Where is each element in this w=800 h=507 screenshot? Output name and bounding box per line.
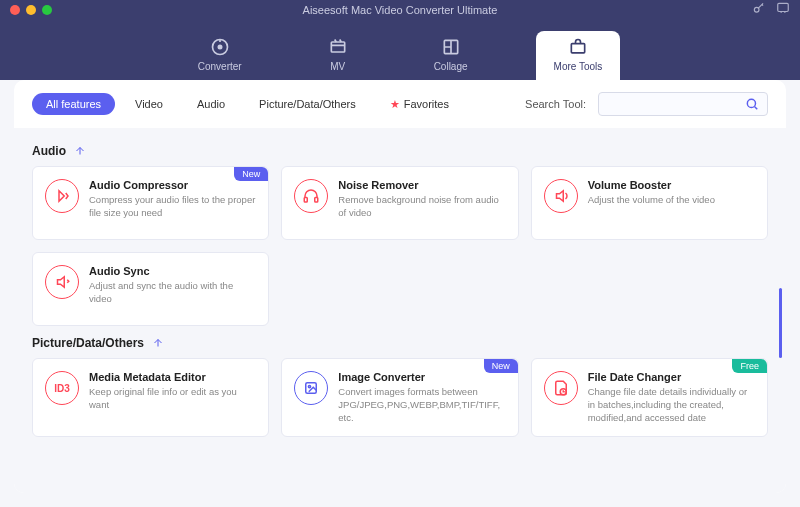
main-nav: Converter MV Collage More Tools bbox=[0, 20, 800, 80]
feedback-icon[interactable] bbox=[776, 1, 790, 19]
star-icon: ★ bbox=[390, 98, 400, 110]
svg-point-3 bbox=[218, 45, 221, 48]
collapse-up-icon[interactable] bbox=[74, 145, 86, 157]
sync-icon bbox=[45, 265, 79, 299]
key-icon[interactable] bbox=[752, 1, 766, 19]
search-box[interactable] bbox=[598, 92, 768, 116]
scrollbar[interactable] bbox=[779, 288, 782, 358]
headphones-icon bbox=[294, 179, 328, 213]
badge-new: New bbox=[234, 167, 268, 181]
card-metadata-editor[interactable]: ID3 Media Metadata EditorKeep original f… bbox=[32, 358, 269, 437]
nav-more-tools[interactable]: More Tools bbox=[536, 31, 621, 80]
tab-video[interactable]: Video bbox=[121, 93, 177, 115]
tool-list: Audio New Audio CompressorCompress your … bbox=[14, 128, 786, 493]
svg-rect-4 bbox=[331, 42, 344, 52]
card-audio-sync[interactable]: Audio SyncAdjust and sync the audio with… bbox=[32, 252, 269, 326]
badge-new: New bbox=[484, 359, 518, 373]
search-input[interactable] bbox=[607, 98, 745, 110]
section-picture: Picture/Data/Others bbox=[32, 336, 768, 350]
badge-free: Free bbox=[732, 359, 767, 373]
svg-point-11 bbox=[309, 385, 311, 387]
titlebar: Aiseesoft Mac Video Converter Ultimate bbox=[0, 0, 800, 20]
svg-point-0 bbox=[754, 7, 759, 12]
nav-converter[interactable]: Converter bbox=[180, 31, 260, 80]
compress-icon bbox=[45, 179, 79, 213]
svg-point-7 bbox=[747, 99, 755, 107]
window-title: Aiseesoft Mac Video Converter Ultimate bbox=[0, 4, 800, 16]
id3-icon: ID3 bbox=[45, 371, 79, 405]
card-volume-booster[interactable]: Volume BoosterAdjust the volume of the v… bbox=[531, 166, 768, 240]
section-audio: Audio bbox=[32, 144, 768, 158]
file-date-icon bbox=[544, 371, 578, 405]
svg-rect-9 bbox=[315, 198, 318, 203]
tab-audio[interactable]: Audio bbox=[183, 93, 239, 115]
svg-rect-6 bbox=[571, 44, 584, 53]
search-icon bbox=[745, 97, 759, 111]
nav-mv[interactable]: MV bbox=[310, 31, 366, 80]
tab-picture-data-others[interactable]: Picture/Data/Others bbox=[245, 93, 370, 115]
filter-toolbar: All features Video Audio Picture/Data/Ot… bbox=[32, 92, 768, 116]
card-image-converter[interactable]: New Image ConverterConvert images format… bbox=[281, 358, 518, 437]
nav-collage[interactable]: Collage bbox=[416, 31, 486, 80]
card-file-date-changer[interactable]: Free File Date ChangerChange file date d… bbox=[531, 358, 768, 437]
collapse-up-icon[interactable] bbox=[152, 337, 164, 349]
image-convert-icon bbox=[294, 371, 328, 405]
search-label: Search Tool: bbox=[525, 98, 586, 110]
tab-favorites[interactable]: ★Favorites bbox=[376, 93, 463, 116]
tab-all-features[interactable]: All features bbox=[32, 93, 115, 115]
svg-rect-8 bbox=[305, 198, 308, 203]
svg-rect-1 bbox=[778, 3, 789, 11]
card-audio-compressor[interactable]: New Audio CompressorCompress your audio … bbox=[32, 166, 269, 240]
card-noise-remover[interactable]: Noise RemoverRemove background noise fro… bbox=[281, 166, 518, 240]
volume-icon bbox=[544, 179, 578, 213]
